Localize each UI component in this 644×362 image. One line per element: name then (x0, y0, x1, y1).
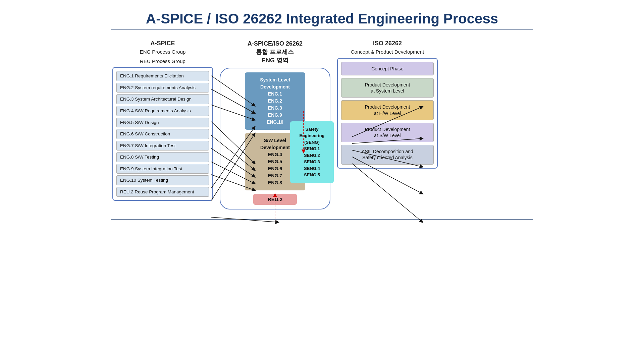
right-iso-item: Product Development at System Level (341, 78, 434, 98)
right-panel-title: ISO 26262 (373, 40, 402, 47)
left-eng-item: ENG.6 S/W Construction (116, 129, 209, 139)
diagram-wrapper: A-SPICE ENG Process Group REU Process Gr… (111, 40, 533, 209)
bottom-line (111, 219, 533, 220)
left-eng-item: ENG.7 S/W Integration Test (116, 141, 209, 151)
left-eng-item: ENG.5 S/W Design (116, 118, 209, 128)
left-panel-title: A-SPICE (150, 40, 175, 47)
svg-line-12 (211, 217, 278, 222)
diagram-container: A-SPICE ENG Process Group REU Process Gr… (111, 40, 533, 209)
right-iso-item: ASIL Decomposition and Safety oriented A… (341, 145, 434, 164)
center-system-box: System LevelDevelopment ENG.1ENG.2ENG.3E… (245, 72, 305, 130)
right-iso-item: Product Development at S/W Level (341, 123, 434, 142)
right-panel: ISO 26262 Concept & Product Development … (335, 40, 439, 169)
title-underline (111, 29, 533, 29)
left-eng-item: ENG.1 Requirements Elicitation (116, 71, 209, 81)
left-panel: A-SPICE ENG Process Group REU Process Gr… (111, 40, 215, 201)
center-panel-title: A-SPICE/ISO 26262 통합 프로세스 ENG 영역 (248, 40, 303, 65)
left-eng-item: ENG.10 System Testing (116, 175, 209, 185)
left-box: ENG.1 Requirements ElicitationENG.2 Syst… (112, 67, 213, 201)
left-panel-subtitle1: ENG Process Group (140, 49, 186, 55)
left-eng-item: ENG.4 S/W Requirements Analysis (116, 106, 209, 116)
right-iso-item: Concept Phase (341, 62, 434, 75)
safety-box: SafetyEngineering(SENG) SENG.1SENG.2SENG… (290, 121, 334, 183)
center-panel: A-SPICE/ISO 26262 통합 프로세스 ENG 영역 System … (215, 40, 335, 209)
left-eng-item: ENG.9 System Integration Test (116, 164, 209, 174)
left-panel-subtitle2: REU Process Group (140, 58, 185, 65)
page-title: A-SPICE / ISO 26262 Integrated Engineeri… (146, 11, 498, 27)
left-eng-item: ENG.2 System requirements Analysis (116, 83, 209, 93)
right-box: Concept PhaseProduct Development at Syst… (337, 58, 438, 169)
left-eng-item: REU.2 Reuse Program Management (116, 187, 209, 197)
right-iso-item: Product Development at H/W Level (341, 100, 434, 120)
left-eng-item: ENG.3 System Architectural Design (116, 94, 209, 104)
left-eng-item: ENG.8 S/W Testing (116, 152, 209, 162)
center-reu-box: REU.2 (253, 194, 297, 205)
right-panel-subtitle: Concept & Product Development (351, 49, 424, 55)
